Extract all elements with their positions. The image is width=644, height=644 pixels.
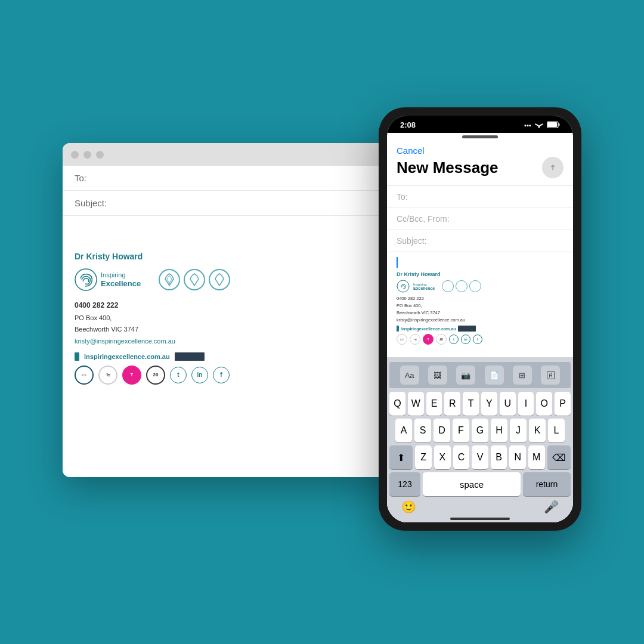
- kb-d[interactable]: D: [434, 419, 450, 442]
- phone-phone: 0400 282 222: [397, 295, 564, 302]
- subject-field-phone[interactable]: Subject:: [387, 230, 573, 252]
- kb-t[interactable]: T: [463, 392, 479, 416]
- kb-j[interactable]: J: [510, 419, 527, 442]
- compose-title-row: New Message: [397, 157, 564, 178]
- window-titlebar: [63, 143, 408, 166]
- signature-area: Dr Kristy Howard Inspiring Excellence: [63, 240, 408, 397]
- emoji-icon[interactable]: 🙂: [401, 500, 416, 514]
- kb-a[interactable]: A: [395, 419, 412, 442]
- svg-point-6: [397, 280, 409, 292]
- kb-f[interactable]: F: [453, 419, 469, 442]
- kb-c[interactable]: C: [453, 445, 470, 469]
- kb-tool-doc[interactable]: 📄: [485, 366, 504, 385]
- kb-g[interactable]: G: [472, 419, 488, 442]
- sig-details: 0400 282 222 PO Box 400, Beechworth VIC …: [75, 299, 397, 348]
- to-field-phone[interactable]: To:: [387, 186, 573, 208]
- compose-body[interactable]: Dr Kristy Howard Inspiring Excellence: [387, 252, 573, 357]
- logo-text: Inspiring Excellence: [101, 271, 141, 289]
- traffic-light-green[interactable]: [96, 151, 104, 159]
- kb-z[interactable]: Z: [415, 445, 432, 469]
- badge-group: [159, 269, 230, 290]
- kb-w[interactable]: W: [408, 392, 424, 416]
- phone-sig-name: Dr Kristy Howard: [397, 271, 564, 277]
- kb-backspace[interactable]: ⌫: [547, 445, 571, 469]
- kb-s[interactable]: S: [414, 419, 431, 442]
- kb-v[interactable]: V: [472, 445, 488, 469]
- compose-title: New Message: [397, 159, 499, 177]
- phone-badge-group: [442, 280, 481, 292]
- phone-award-20: 20: [436, 334, 447, 345]
- cancel-button[interactable]: Cancel: [397, 145, 564, 156]
- kb-tool-aa[interactable]: Aa: [400, 366, 419, 385]
- social-facebook[interactable]: f: [213, 367, 230, 383]
- phone-social-twitter[interactable]: t: [449, 335, 459, 344]
- phone-sig-logo-row: Inspiring Excellence: [397, 280, 564, 293]
- kb-p[interactable]: P: [555, 392, 571, 416]
- kb-tool-a[interactable]: 🄰: [541, 366, 560, 385]
- phone-signature: Dr Kristy Howard Inspiring Excellence: [397, 270, 564, 346]
- signal-icon: ▪▪▪: [524, 122, 531, 129]
- phone-award-2: 🐄: [410, 334, 420, 345]
- kb-e[interactable]: E: [426, 392, 442, 416]
- kb-tool-photo[interactable]: 🖼: [428, 366, 447, 385]
- mic-icon[interactable]: 🎤: [544, 500, 559, 514]
- scene: To: Subject: Dr Kristy Howard: [63, 107, 581, 537]
- kb-shift[interactable]: ⬆: [389, 445, 413, 469]
- kb-return[interactable]: return: [523, 472, 571, 496]
- logo-svg-icon: [75, 268, 97, 291]
- phone-social-facebook[interactable]: f: [473, 335, 482, 344]
- kb-row-1: Q W E R T Y U I O P: [389, 392, 571, 416]
- phone-social-linkedin[interactable]: in: [461, 335, 470, 344]
- bar-dark: [175, 352, 205, 361]
- kb-tool-camera[interactable]: 📷: [456, 366, 475, 385]
- phone-city: Beechworth VIC 3747: [397, 309, 564, 317]
- badge-1: [159, 269, 180, 290]
- compose-header: Cancel New Message: [387, 143, 573, 185]
- phone-logo-text: Inspiring Excellence: [413, 283, 435, 290]
- kb-bottom-row: 123 space return: [389, 472, 571, 496]
- kb-h[interactable]: H: [491, 419, 507, 442]
- to-field[interactable]: To:: [63, 166, 408, 191]
- kb-y[interactable]: Y: [481, 392, 497, 416]
- phone-email: kristy@inspiringexcellence.com.au: [397, 317, 564, 324]
- email-body[interactable]: [63, 216, 408, 240]
- text-cursor: [397, 257, 398, 268]
- send-button[interactable]: [542, 157, 564, 178]
- cc-field-phone[interactable]: Cc/Bcc, From:: [387, 208, 573, 230]
- kb-tool-scan[interactable]: ⊞: [513, 366, 532, 385]
- kb-r[interactable]: R: [444, 392, 460, 416]
- kb-i[interactable]: I: [518, 392, 534, 416]
- kb-u[interactable]: U: [500, 392, 516, 416]
- kb-x[interactable]: X: [434, 445, 451, 469]
- wifi-icon: [534, 121, 544, 129]
- traffic-light-red[interactable]: [71, 151, 79, 159]
- kb-n[interactable]: N: [509, 445, 526, 469]
- kb-k[interactable]: K: [529, 419, 546, 442]
- keyboard-toolbar: Aa 🖼 📷 📄 ⊞ 🄰: [389, 362, 571, 388]
- phone-status-bar: 2:08 ▪▪▪: [387, 116, 573, 133]
- kb-space[interactable]: space: [423, 472, 521, 496]
- phone-logo-svg: [397, 280, 410, 293]
- award-telstra: T: [122, 366, 141, 385]
- notch-bar: [462, 135, 498, 138]
- home-bar: [450, 518, 510, 520]
- sig-city: Beechworth VIC 3747: [75, 324, 397, 336]
- kb-numbers[interactable]: 123: [389, 472, 420, 496]
- kb-b[interactable]: B: [491, 445, 507, 469]
- kb-o[interactable]: O: [536, 392, 552, 416]
- keyboard-rows: Q W E R T Y U I O P A: [389, 392, 571, 469]
- kb-q[interactable]: Q: [389, 392, 405, 416]
- desktop-window: To: Subject: Dr Kristy Howard: [63, 143, 408, 477]
- social-twitter[interactable]: t: [170, 367, 187, 383]
- phone-award-telstra: T: [423, 334, 434, 345]
- kb-m[interactable]: M: [528, 445, 545, 469]
- sig-phone: 0400 282 222: [75, 299, 397, 312]
- phone-award-icf: ICF: [397, 334, 407, 345]
- subject-field[interactable]: Subject:: [63, 191, 408, 216]
- award-past: 🐄: [98, 366, 117, 385]
- phone-badge-1: [442, 280, 454, 292]
- social-linkedin[interactable]: in: [191, 367, 208, 383]
- kb-l[interactable]: L: [548, 419, 565, 442]
- traffic-light-yellow[interactable]: [83, 151, 91, 159]
- badge-2: [184, 269, 205, 290]
